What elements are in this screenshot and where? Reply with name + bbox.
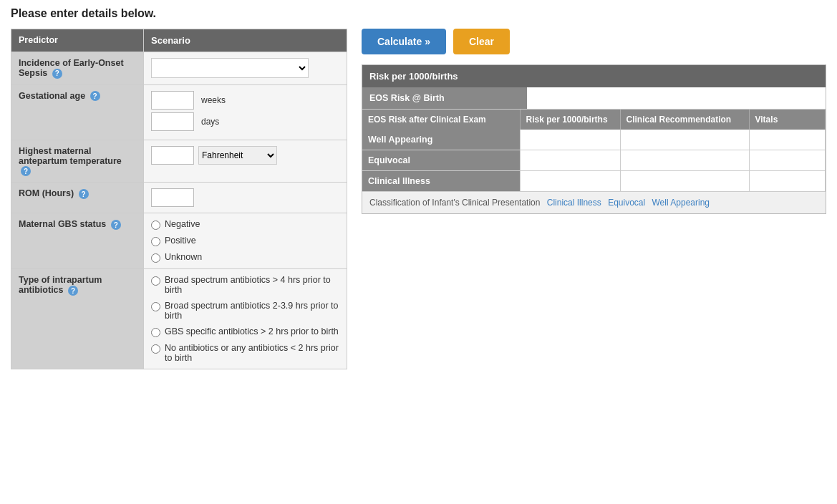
antibiotics-broad-4hrs-label: Broad spectrum antibiotics > 4 hrs prior… [165, 275, 339, 295]
clinical-illness-label: Clinical Illness [362, 171, 520, 192]
eos-birth-value [527, 87, 826, 109]
vitals-col-header: Vitals [749, 110, 826, 130]
antibiotics-none-option[interactable]: No antibiotics or any antibiotics < 2 hr… [151, 343, 339, 363]
antibiotics-broad-2to4hrs-option[interactable]: Broad spectrum antibiotics 2-3.9 hrs pri… [151, 301, 339, 321]
antibiotics-broad-2to4hrs-radio[interactable] [151, 302, 160, 311]
gestational-weeks-input[interactable] [151, 91, 194, 110]
recommendation-col-header: Clinical Recommendation [620, 110, 749, 130]
classification-clinical-illness-link[interactable]: Clinical Illness [547, 198, 601, 208]
antibiotics-radio-group: Broad spectrum antibiotics > 4 hrs prior… [151, 275, 339, 363]
right-panel: Calculate » Clear Risk per 1000/births E… [362, 29, 826, 214]
scenario-header: Scenario [144, 29, 347, 52]
gbs-status-row: Maternal GBS status ? Negative Positive [11, 213, 347, 269]
antibiotics-label: Type of intrapartum antibiotics ? [11, 269, 144, 369]
gestational-age-row: Gestational age ? weeks days [11, 84, 347, 140]
gbs-status-input-cell: Negative Positive Unknown [144, 213, 347, 269]
calculate-button[interactable]: Calculate » [362, 29, 446, 54]
equivocal-vitals [749, 150, 826, 171]
temperature-unit-select[interactable]: Fahrenheit Celsius [198, 146, 277, 165]
classification-well-appearing-link[interactable]: Well Appearing [652, 198, 710, 208]
well-appearing-label: Well Appearing [362, 130, 520, 150]
days-label: days [201, 117, 219, 127]
form-table: Predictor Scenario Incidence of Early-On… [11, 29, 347, 369]
antibiotics-gbs-specific-label: GBS specific antibiotics > 2 hrs prior t… [165, 326, 339, 336]
button-row: Calculate » Clear [362, 29, 826, 54]
results-header: Risk per 1000/births [362, 65, 826, 87]
gestational-age-help-icon[interactable]: ? [90, 91, 100, 101]
temperature-row: Highest maternal antepartum temperature … [11, 140, 347, 183]
clinical-illness-vitals [749, 171, 826, 192]
rom-help-icon[interactable]: ? [79, 189, 89, 199]
antibiotics-none-label: No antibiotics or any antibiotics < 2 hr… [165, 343, 339, 363]
gbs-negative-radio[interactable] [151, 220, 160, 230]
clinical-illness-recommendation [620, 171, 749, 192]
eos-birth-row: EOS Risk @ Birth [362, 87, 826, 110]
incidence-input-cell: 0.5/1000 1.0/1000 2.0/1000 [144, 52, 347, 85]
gbs-positive-radio[interactable] [151, 237, 160, 246]
results-box: Risk per 1000/births EOS Risk @ Birth EO… [362, 64, 826, 214]
antibiotics-broad-2to4hrs-label: Broad spectrum antibiotics 2-3.9 hrs pri… [165, 301, 339, 321]
antibiotics-help-icon[interactable]: ? [68, 286, 78, 296]
temperature-input[interactable] [151, 146, 194, 165]
equivocal-row: Equivocal [362, 150, 826, 171]
temperature-label: Highest maternal antepartum temperature … [11, 140, 144, 183]
antibiotics-row: Type of intrapartum antibiotics ? Broad … [11, 269, 347, 369]
classification-prefix: Classification of Infant's Clinical Pres… [369, 198, 540, 208]
clear-button[interactable]: Clear [453, 29, 510, 54]
equivocal-label: Equivocal [362, 150, 520, 171]
temperature-help-icon[interactable]: ? [21, 166, 31, 176]
gestational-age-input-cell: weeks days [144, 84, 347, 140]
rom-input-cell [144, 183, 347, 213]
risk-col-header: Risk per 1000/births [520, 110, 620, 130]
rom-hours-label: ROM (Hours) ? [11, 183, 144, 213]
gbs-help-icon[interactable]: ? [111, 220, 121, 230]
weeks-label: weeks [201, 95, 226, 105]
gbs-unknown-option[interactable]: Unknown [151, 252, 339, 263]
page-title: Please enter details below. [11, 7, 826, 20]
incidence-help-icon[interactable]: ? [52, 69, 62, 79]
well-appearing-recommendation [620, 130, 749, 150]
gbs-unknown-radio[interactable] [151, 253, 160, 263]
clinical-illness-risk [520, 171, 620, 192]
clinical-illness-row: Clinical Illness [362, 171, 826, 192]
equivocal-risk [520, 150, 620, 171]
incidence-label: Incidence of Early-Onset Sepsis ? [11, 52, 144, 85]
gbs-status-label: Maternal GBS status ? [11, 213, 144, 269]
antibiotics-gbs-specific-option[interactable]: GBS specific antibiotics > 2 hrs prior t… [151, 326, 339, 337]
gbs-negative-option[interactable]: Negative [151, 219, 339, 230]
antibiotics-broad-4hrs-option[interactable]: Broad spectrum antibiotics > 4 hrs prior… [151, 275, 339, 295]
well-appearing-risk [520, 130, 620, 150]
well-appearing-vitals [749, 130, 826, 150]
gbs-positive-label: Positive [165, 236, 196, 246]
gbs-radio-group: Negative Positive Unknown [151, 219, 339, 263]
rom-hours-input[interactable] [151, 188, 194, 207]
incidence-row: Incidence of Early-Onset Sepsis ? 0.5/10… [11, 52, 347, 85]
gestational-age-label: Gestational age ? [11, 84, 144, 140]
incidence-select[interactable]: 0.5/1000 1.0/1000 2.0/1000 [151, 58, 309, 78]
antibiotics-none-radio[interactable] [151, 344, 160, 354]
rom-hours-row: ROM (Hours) ? [11, 183, 347, 213]
gbs-unknown-label: Unknown [165, 252, 202, 262]
well-appearing-row: Well Appearing [362, 130, 826, 150]
gbs-negative-label: Negative [165, 219, 200, 229]
predictor-header: Predictor [11, 29, 144, 52]
classification-row: Classification of Infant's Clinical Pres… [362, 192, 826, 213]
gbs-positive-option[interactable]: Positive [151, 236, 339, 246]
eos-birth-label: EOS Risk @ Birth [362, 87, 527, 109]
classification-equivocal-link[interactable]: Equivocal [608, 198, 645, 208]
antibiotics-broad-4hrs-radio[interactable] [151, 276, 160, 286]
clinical-exam-table: EOS Risk after Clinical Exam Risk per 10… [362, 110, 826, 192]
antibiotics-gbs-specific-radio[interactable] [151, 328, 160, 337]
gestational-days-input[interactable] [151, 112, 194, 131]
antibiotics-input-cell: Broad spectrum antibiotics > 4 hrs prior… [144, 269, 347, 369]
clinical-exam-col-header: EOS Risk after Clinical Exam [362, 110, 520, 130]
left-panel: Predictor Scenario Incidence of Early-On… [11, 29, 347, 369]
equivocal-recommendation [620, 150, 749, 171]
temperature-input-cell: Fahrenheit Celsius [144, 140, 347, 183]
